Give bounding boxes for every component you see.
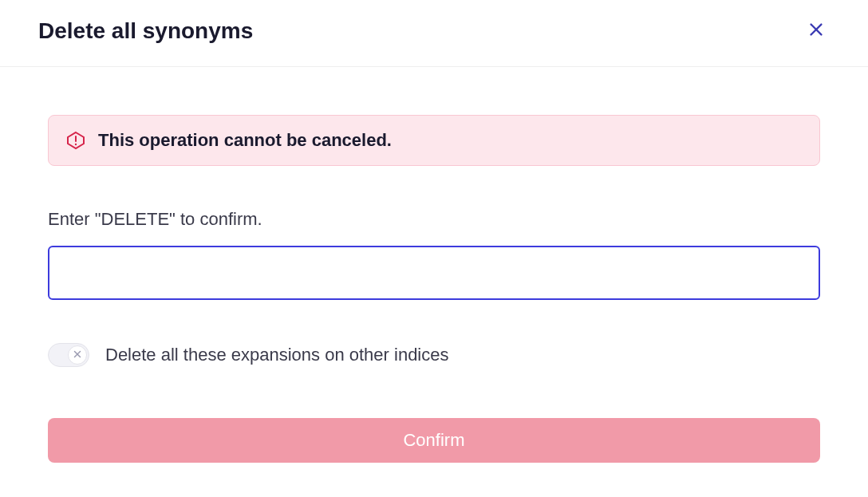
- confirm-input-label: Enter "DELETE" to confirm.: [48, 209, 820, 230]
- toggle-row: Delete all these expansions on other ind…: [48, 343, 820, 367]
- x-icon: [73, 348, 82, 362]
- confirm-button[interactable]: Confirm: [48, 418, 820, 463]
- dialog-header: Delete all synonyms: [0, 0, 868, 67]
- delete-synonyms-dialog: Delete all synonyms This operation canno…: [0, 0, 868, 497]
- dialog-content: This operation cannot be canceled. Enter…: [0, 67, 868, 463]
- toggle-knob: [68, 345, 87, 365]
- delete-other-indices-toggle[interactable]: [48, 343, 89, 367]
- dialog-title: Delete all synonyms: [38, 18, 253, 44]
- warning-alert: This operation cannot be canceled.: [48, 115, 820, 166]
- close-icon: [807, 21, 825, 41]
- close-button[interactable]: [803, 16, 830, 45]
- confirm-input[interactable]: [48, 246, 820, 300]
- toggle-label: Delete all these expansions on other ind…: [105, 345, 449, 365]
- warning-text: This operation cannot be canceled.: [98, 130, 392, 151]
- warning-icon: [66, 131, 85, 150]
- svg-point-4: [75, 144, 77, 145]
